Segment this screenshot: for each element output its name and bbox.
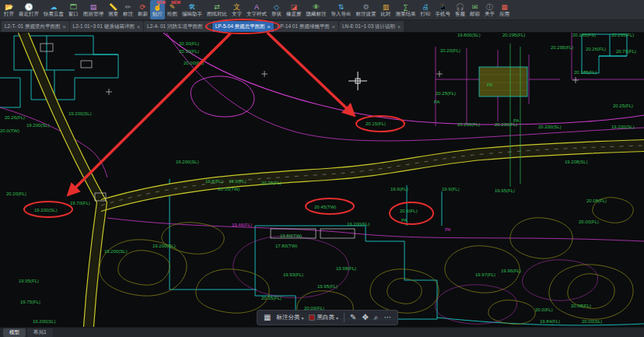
toolbar-item-icon: ⟳	[140, 3, 146, 11]
tab-close-icon[interactable]: ×	[268, 24, 271, 30]
document-tab-1[interactable]: L2-1 01~3 01 硬质铺装详图×	[70, 21, 143, 32]
tab-close-icon[interactable]: ×	[332, 24, 335, 30]
drawing-canvas[interactable]: 19.800(SL)20.295(FL)20.185(FS)20.295(FL)…	[0, 33, 644, 327]
structures-layer	[40, 44, 527, 238]
toolbar-item-label: 文字样式	[247, 11, 267, 17]
document-tabbar: L2-T- 01 景观竖向平面图×L2-1 01~3 01 硬质铺装详图×L2-…	[0, 20, 644, 33]
site-plan-drawing	[0, 33, 644, 327]
toolbar-item-15[interactable]: ◪橡皮擦	[284, 0, 304, 19]
toolbar-item-8[interactable]: ☝触控NEW	[150, 0, 165, 19]
toolbar-item-label: 导入导出	[331, 11, 352, 17]
document-tab-0[interactable]: L2-T- 01 景观竖向平面图×	[2, 21, 69, 32]
zoom-icon[interactable]: ⌕	[374, 314, 379, 321]
toolbar-item-12[interactable]: 文文字	[229, 0, 244, 19]
tab-close-icon[interactable]: ×	[397, 24, 401, 30]
space-tab-0[interactable]: 模型	[3, 328, 26, 337]
toolbar-item-label: 比对	[381, 11, 391, 17]
pan-icon[interactable]: ✥	[362, 314, 368, 321]
tab-close-icon[interactable]: ×	[137, 24, 140, 30]
toolbar-item-icon: ▤	[90, 3, 97, 11]
toolbar-item-2[interactable]: ☁快看云盘	[41, 0, 66, 19]
toolbar-item-label: 刷新	[138, 11, 148, 17]
toolbar-item-label: 编辑助手	[182, 11, 202, 17]
toolbar-item-3[interactable]: 🗔窗口	[66, 0, 81, 19]
tab-close-icon[interactable]: ×	[63, 24, 66, 30]
toolbar-item-icon: 🎧	[456, 3, 464, 11]
toolbar-item-23[interactable]: 🎧客服	[453, 0, 467, 19]
toolbar-item-label: 打开	[4, 11, 14, 17]
tab-label: LP-14 01 景观绿施平面	[278, 23, 330, 30]
annotation-category-label: 标注分类	[276, 314, 299, 321]
toolbar-item-25[interactable]: ⓘ关于	[482, 0, 497, 19]
canvas-float-toolbar: ▦ 标注分类 ▾ 黑白类 ▾ ✎✥⌕⋯	[257, 310, 398, 325]
toolbar-item-label: 触控	[152, 11, 163, 17]
document-tab-4[interactable]: LP-14 01 景观绿施平面×	[275, 21, 338, 32]
color-style-label: 黑白类	[317, 314, 334, 321]
pen-icon[interactable]: ✎	[350, 314, 356, 321]
toolbar-item-label: 最近打开	[19, 11, 39, 17]
toolbar-item-label: 邮箱	[470, 11, 480, 17]
toolbar-item-icon: 📱	[439, 3, 447, 11]
roads-layer	[19, 33, 644, 327]
tab-close-icon[interactable]: ×	[205, 24, 208, 30]
main-toolbar: 📂打开🕒最近打开☁快看云盘🗔窗口▤图层管理📏测量✏标注⟳刷新☝触控NEW✎绘图N…	[0, 0, 644, 20]
toolbar-item-label: 关于	[485, 11, 495, 17]
toolbar-item-6[interactable]: ✏标注	[121, 0, 135, 19]
toolbar-item-5[interactable]: 📏测量	[106, 0, 121, 19]
toolbar-item-icon: ✉	[472, 3, 478, 11]
toolbar-item-icon: ▥	[383, 3, 390, 11]
toolbar-item-icon: 📂	[5, 3, 13, 11]
toolbar-item-icon: 📏	[109, 3, 117, 11]
toolbar-item-icon: ⚙	[362, 3, 369, 11]
space-tab-1[interactable]: 布局1	[27, 328, 53, 337]
toolbar-item-label: 应用	[499, 11, 509, 17]
color-style-dropdown[interactable]: 黑白类 ▾	[309, 314, 338, 321]
toolbar-item-label: 橡皮擦	[286, 11, 302, 17]
toolbar-item-10[interactable]: 🛠编辑助手	[180, 0, 205, 19]
toolbar-item-icon: ✏	[125, 3, 131, 11]
toolbar-item-icon: ◪	[290, 3, 297, 11]
toolbar-item-icon: ⇅	[338, 3, 345, 11]
toolbar-item-icon: ∑	[403, 3, 408, 11]
document-tab-3[interactable]: LP-5-04 景观总平面图×	[212, 21, 274, 32]
crosshair-cursor	[348, 72, 367, 90]
toolbar-item-24[interactable]: ✉邮箱	[467, 0, 482, 19]
toolbar-item-label: 标注	[123, 11, 133, 17]
toolbar-item-icon: A	[254, 3, 259, 11]
toolbar-item-18[interactable]: ⚙标注设置	[354, 0, 379, 19]
document-tab-5[interactable]: LN-E 01~1 03 设计说明×	[339, 21, 404, 32]
toolbar-item-9[interactable]: ✎绘图NEW	[165, 0, 180, 19]
toolbar-item-26[interactable]: ▦应用	[497, 0, 512, 19]
toolbar-item-icon: ▦	[501, 3, 508, 11]
toolbar-item-19[interactable]: ▥比对	[379, 0, 394, 19]
toolbar-item-1[interactable]: 🕒最近打开	[16, 0, 41, 19]
toolbar-item-0[interactable]: 📂打开	[2, 0, 16, 19]
toolbar-item-label: 隐藏标注	[306, 11, 327, 17]
toolbar-item-label: 客服	[455, 11, 465, 17]
toolbar-item-icon: ⇄	[214, 3, 220, 11]
toolbar-item-20[interactable]: ∑测量结果	[394, 0, 418, 19]
toolbar-item-label: 快看云盘	[44, 11, 64, 17]
toolbar-item-13[interactable]: A文字样式	[244, 0, 269, 19]
toolbar-item-17[interactable]: ⇅导入导出	[329, 0, 354, 19]
toolbar-item-14[interactable]: ◇形状	[269, 0, 284, 19]
toolbar-item-4[interactable]: ▤图层管理	[81, 0, 106, 19]
toolbar-item-7[interactable]: ⟳刷新	[135, 0, 150, 19]
toolbar-item-label: 窗口	[68, 11, 79, 17]
grid-icon[interactable]: ▦	[264, 314, 271, 321]
tab-label: L2-1 01~3 01 硬质铺装详图	[73, 23, 135, 30]
toolbar-item-21[interactable]: 🖨打印	[418, 0, 433, 19]
toolbar-item-16[interactable]: 👁隐藏标注	[304, 0, 329, 19]
toolbar-item-icon: 🗔	[70, 3, 77, 11]
statusbar: 模型布局1	[0, 327, 644, 337]
toolbar-item-label: 文字	[232, 11, 242, 17]
more-icon[interactable]: ⋯	[383, 314, 391, 321]
document-tab-2[interactable]: L2-4- 01 消防车道平面图×	[144, 21, 212, 32]
annotation-category-dropdown[interactable]: 标注分类 ▾	[276, 314, 303, 321]
toolbar-item-icon: 👁	[313, 3, 320, 11]
vegetation-contours-layer	[100, 198, 633, 325]
toolbar-item-icon: 文	[233, 3, 240, 11]
toolbar-item-11[interactable]: ⇄图纸对比	[205, 0, 229, 19]
color-chip	[309, 314, 315, 321]
toolbar-item-22[interactable]: 📱手机号	[433, 0, 453, 19]
